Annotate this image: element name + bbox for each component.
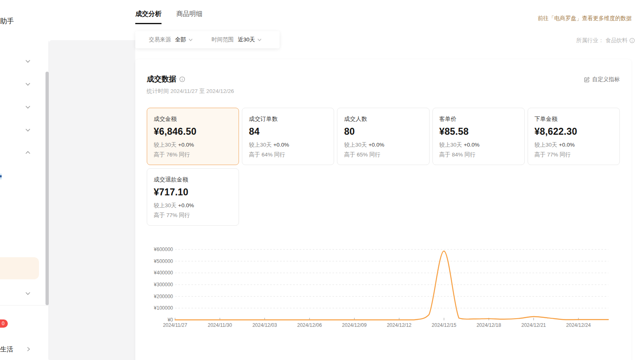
metric-compare: 较上30天+0.0% (344, 141, 422, 149)
metric-card-6[interactable]: 成交退款金额¥717.10较上30天+0.0%高于 77% 同行 (147, 168, 239, 226)
metric-value: ¥717.10 (154, 187, 232, 198)
x-axis-label: 2024/12/18 (476, 322, 501, 328)
tab-deal-analysis[interactable]: 成交分析 (135, 10, 162, 24)
x-axis-label: 2024/12/03 (253, 322, 277, 328)
y-axis-label: ¥200000 (153, 294, 173, 299)
metric-compare: 较上30天+0.0% (154, 202, 232, 209)
x-axis-label: 2024/12/24 (566, 322, 591, 328)
notification-badge: 0 (0, 319, 8, 328)
x-axis-label: 2024/11/30 (208, 322, 232, 328)
panel-title: 成交数据 (147, 74, 176, 84)
metric-value: ¥8,622.30 (535, 126, 613, 137)
y-axis-label: ¥100000 (153, 305, 173, 311)
sidebar-divider (0, 305, 48, 306)
trade-source-value: 全部 (175, 36, 186, 43)
industry-info: 所属行业：食品饮料 (576, 37, 635, 44)
time-range-value: 近30天 (238, 36, 255, 43)
secondary-panel (49, 40, 135, 360)
metric-compare: 较上30天+0.0% (439, 141, 518, 149)
industry-label: 所属行业： (576, 37, 604, 44)
chevron-down-icon[interactable] (24, 126, 32, 134)
metric-peer: 高于 84% 同行 (439, 151, 518, 158)
trend-chart: ¥0¥100000¥200000¥300000¥400000¥500000¥60… (147, 244, 620, 334)
y-axis-label: ¥300000 (153, 282, 173, 288)
left-sidebar: 助手 0 生活 (0, 0, 48, 360)
y-axis-label: ¥500000 (153, 258, 173, 264)
x-axis-label: 2024/12/12 (387, 322, 412, 328)
metric-peer: 高于 77% 同行 (154, 212, 232, 219)
sidebar-item-life[interactable]: 生活 (0, 345, 13, 354)
deal-data-panel: 成交数据 统计时间 2024/11/27 至 2024/12/26 自定义指标 … (135, 59, 631, 360)
y-axis-label: ¥400000 (153, 270, 173, 276)
metric-value: 84 (249, 126, 327, 137)
industry-value: 食品饮料 (605, 37, 628, 44)
filter-bar: 交易来源 全部 时间范围 近30天 (135, 31, 280, 48)
metric-label: 成交退款金额 (154, 176, 232, 183)
customize-metrics-label: 自定义指标 (592, 76, 620, 83)
trade-source-select[interactable]: 全部 (175, 36, 193, 43)
y-axis-label: ¥600000 (153, 247, 173, 252)
info-icon[interactable] (629, 38, 635, 43)
edit-icon (584, 77, 590, 83)
metric-compare: 较上30天+0.0% (154, 141, 232, 149)
metric-card-1[interactable]: 成交金额¥6,846.50较上30天+0.0%高于 76% 同行 (147, 108, 239, 165)
metric-compare: 较上30天+0.0% (535, 141, 613, 149)
scrollbar-thumb[interactable] (46, 72, 49, 305)
trade-source-label: 交易来源 (149, 36, 171, 43)
chevron-down-icon (257, 37, 262, 43)
customize-metrics-button[interactable]: 自定义指标 (584, 76, 620, 83)
x-axis-label: 2024/12/21 (521, 322, 546, 328)
x-axis-label: 2024/11/27 (163, 322, 187, 328)
metric-value: ¥85.58 (439, 126, 518, 137)
metric-label: 成交订单数 (249, 115, 327, 123)
y-axis-label: ¥0 (167, 317, 173, 323)
metric-peer: 高于 77% 同行 (535, 151, 613, 158)
metric-label: 成交人数 (344, 115, 422, 123)
info-icon[interactable] (179, 76, 185, 82)
chevron-down-icon[interactable] (24, 57, 32, 65)
metric-card-5[interactable]: 下单金额¥8,622.30较上30天+0.0%高于 77% 同行 (528, 108, 620, 165)
time-range-label: 时间范围 (212, 36, 234, 43)
chevron-down-icon[interactable] (24, 103, 32, 111)
metric-card-3[interactable]: 成交人数80较上30天+0.0%高于 65% 同行 (337, 108, 429, 165)
time-range-select[interactable]: 近30天 (238, 36, 262, 43)
metric-label: 客单价 (439, 115, 518, 123)
clipped-icon (0, 174, 2, 179)
chevron-down-icon[interactable] (24, 80, 32, 88)
compass-link[interactable]: 前往「电商罗盘」查看更多维度的数据 (538, 15, 632, 22)
metric-label: 下单金额 (535, 115, 613, 123)
chevron-up-icon[interactable] (24, 149, 32, 156)
metric-peer: 高于 65% 同行 (344, 151, 422, 158)
metric-value: ¥6,846.50 (154, 126, 232, 137)
tab-product-detail[interactable]: 商品明细 (176, 10, 203, 24)
chevron-down-icon (188, 37, 193, 43)
trend-line (175, 251, 608, 320)
x-axis-label: 2024/12/15 (432, 322, 456, 328)
x-axis-label: 2024/12/06 (297, 322, 322, 328)
metric-label: 成交金额 (154, 115, 232, 123)
tab-bar: 成交分析 商品明细 (135, 10, 203, 24)
chevron-right-icon[interactable] (25, 346, 32, 353)
sidebar-selected-item[interactable] (0, 257, 39, 279)
metric-compare: 较上30天+0.0% (249, 141, 327, 149)
metric-peer: 高于 76% 同行 (154, 151, 232, 158)
chevron-down-icon[interactable] (24, 290, 32, 297)
sidebar-item-assistant[interactable]: 助手 (0, 16, 14, 26)
metric-card-4[interactable]: 客单价¥85.58较上30天+0.0%高于 84% 同行 (432, 108, 525, 165)
metric-value: 80 (344, 126, 422, 137)
metric-card-2[interactable]: 成交订单数84较上30天+0.0%高于 64% 同行 (242, 108, 334, 165)
stat-time-range: 统计时间 2024/11/27 至 2024/12/26 (147, 88, 234, 95)
x-axis-label: 2024/12/09 (342, 322, 366, 328)
metric-cards-grid: 成交金额¥6,846.50较上30天+0.0%高于 76% 同行成交订单数84较… (147, 108, 620, 226)
metric-peer: 高于 64% 同行 (249, 151, 327, 158)
